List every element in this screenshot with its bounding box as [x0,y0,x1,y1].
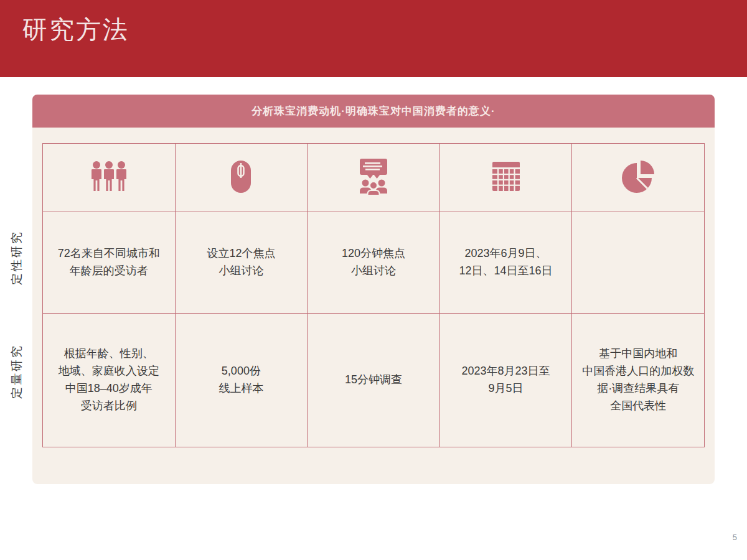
row-label-qualitative: 定性研究 [4,208,30,306]
objective-text: 分析珠宝消费动机·明确珠宝对中国消费者的意义· [251,104,495,118]
cell-icon-online [175,144,308,212]
table-row-quantitative: 根据年龄、性别、 地域、家庭收入设定 中国18–40岁成年 受访者比例 5,00… [43,314,705,447]
group-icon [88,159,129,197]
page-number: 5 [733,533,737,542]
qual-duration: 120分钟焦点 小组讨论 [314,245,433,280]
calendar-icon [489,159,524,197]
page-title: 研究方法 [22,17,129,42]
cell-icon-weighted-data [572,144,705,212]
quant-sample-size: 5,000份 线上样本 [182,363,301,398]
slide-title-bar: 研究方法 [0,0,747,77]
qual-groups: 设立12个焦点 小组讨论 [182,245,301,280]
pie-chart-icon [619,158,657,198]
quant-dates: 2023年8月23日至 9月5日 [446,363,566,398]
quant-sampling: 根据年龄、性别、 地域、家庭收入设定 中国18–40岁成年 受访者比例 [49,345,169,415]
discussion-icon [354,158,393,198]
quant-weighting: 基于中国内地和 中国香港人口的加权数 据·调查结果具有 全国代表性 [578,345,698,415]
row-label-quantitative: 定量研究 [4,306,30,436]
qual-respondents: 72名来自不同城市和 年龄层的受访者 [49,245,169,280]
cell-icon-respondents [43,144,176,212]
objective-banner: 分析珠宝消费动机·明确珠宝对中国消费者的意义· [32,95,715,128]
cell-icon-focus-group [308,144,440,212]
qual-dates: 2023年6月9日、 12日、14日至16日 [446,245,566,280]
table-row-qualitative: 72名来自不同城市和 年龄层的受访者 设立12个焦点 小组讨论 120分钟焦点 … [43,212,705,314]
content-panel: 分析珠宝消费动机·明确珠宝对中国消费者的意义· [32,95,715,484]
cell-icon-dates [439,144,572,212]
methodology-table: 72名来自不同城市和 年龄层的受访者 设立12个焦点 小组讨论 120分钟焦点 … [42,143,705,447]
table-row-icons [43,144,705,212]
mouse-icon [228,159,253,197]
slide: 研究方法 分析珠宝消费动机·明确珠宝对中国消费者的意义· [0,0,747,560]
quant-duration: 15分钟调查 [314,371,433,389]
